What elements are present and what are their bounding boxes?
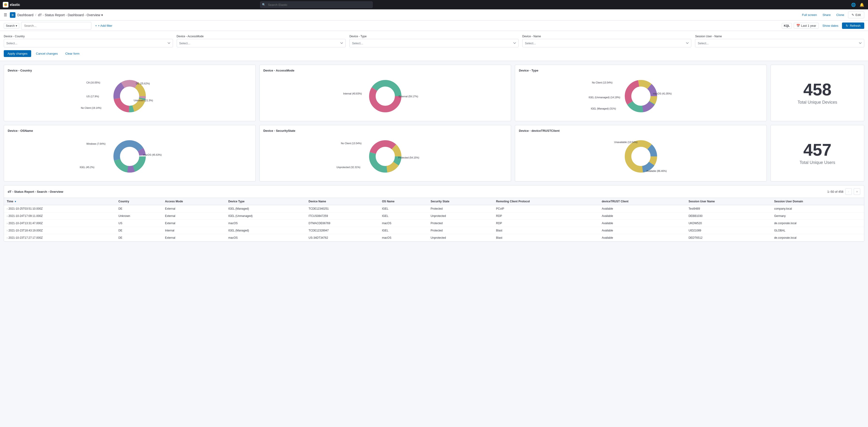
- bell-icon[interactable]: 🔔: [859, 1, 865, 8]
- cell-time: ›2021-10-25T03:51:10.000Z: [4, 205, 116, 212]
- hamburger-icon[interactable]: ☰: [4, 13, 7, 17]
- date-picker[interactable]: 📅 Last 1 year: [794, 23, 818, 29]
- filter-type-selector[interactable]: Search ▾: [4, 23, 19, 29]
- refresh-button[interactable]: ↻ Refresh: [842, 23, 864, 29]
- devicename-select[interactable]: Select...: [522, 39, 691, 47]
- cell-security_state: Protected: [428, 227, 493, 234]
- cell-access_mode: Internal: [162, 227, 225, 234]
- svg-text:IGEL (45.2%): IGEL (45.2%): [80, 166, 94, 169]
- cell-session_domain: de.corporate.local: [771, 234, 864, 241]
- country-filter: Device - Country Select...: [4, 35, 173, 47]
- controls-row: Device - Country Select... Device - Acce…: [4, 35, 864, 47]
- apply-changes-button[interactable]: Apply changes: [4, 50, 31, 57]
- table-row: ›2021-10-24T17:09:11.000ZUnknownExternal…: [4, 212, 864, 220]
- search-icon: 🔍: [262, 3, 266, 6]
- table-header: dT - Status Report - Search - Overview 1…: [4, 186, 864, 198]
- fullscreen-button[interactable]: Full screen: [800, 12, 819, 18]
- expand-icon[interactable]: ›: [7, 222, 7, 225]
- device-type-chart: No Client (13.54%) IGEL (Unmanaged) (14.…: [519, 75, 763, 117]
- filter-search-input[interactable]: [21, 22, 91, 30]
- add-filter-button[interactable]: + + Add filter: [93, 23, 114, 28]
- cell-session_user: DEDT6512: [686, 234, 771, 241]
- svg-text:Windows (7.64%): Windows (7.64%): [87, 143, 106, 145]
- top-panel-row: Device - Country CA (16.05%) US (17.: [4, 65, 864, 121]
- device-accessmode-chart: Internal (40.83%) External (59.17%): [264, 75, 507, 117]
- cell-security_state: Protected: [428, 220, 493, 227]
- search-elastic-input[interactable]: [260, 1, 373, 8]
- table-row: ›2021-10-23T18:43:19.000ZDEInternalIGEL …: [4, 227, 864, 234]
- device-osname-chart: Windows (7.64%) IGEL (45.2%) macOS (45.6…: [8, 135, 252, 177]
- show-dates-button[interactable]: Show dates: [821, 23, 840, 28]
- expand-icon[interactable]: ›: [7, 215, 7, 217]
- device-type-panel: Device - Type No Client (13.54%) IGEL (U…: [515, 65, 767, 121]
- mid-panel-row: Device - OSName Windows (7.64%) IGEL (45…: [4, 125, 864, 181]
- col-device-type: Device Type: [225, 198, 306, 205]
- device-trust-title: Device - deviceTRUSTClient: [519, 129, 763, 133]
- device-osname-title: Device - OSName: [8, 129, 252, 133]
- expand-icon[interactable]: ›: [7, 207, 7, 210]
- svg-point-2: [5, 4, 6, 6]
- sessionuser-label: Session User - Name: [695, 35, 864, 38]
- total-devices-number: 458: [803, 81, 832, 98]
- edit-button[interactable]: ✎ Edit: [848, 11, 864, 18]
- cell-device_name: US-34DT34762: [306, 234, 379, 241]
- table-title: dT - Status Report - Search - Overview: [8, 190, 63, 194]
- prev-page-button[interactable]: ‹: [845, 188, 852, 195]
- clone-button[interactable]: Clone: [835, 12, 846, 18]
- total-users-label: Total Unique Users: [800, 160, 835, 165]
- cell-device_type: macOS: [225, 220, 306, 227]
- cell-session_user: UID21089: [686, 227, 771, 234]
- next-page-button[interactable]: ›: [854, 188, 860, 195]
- pencil-icon: ✎: [851, 13, 854, 17]
- cancel-changes-button[interactable]: Cancel changes: [33, 50, 60, 57]
- clear-form-button[interactable]: Clear form: [63, 50, 83, 57]
- expand-icon[interactable]: ›: [7, 229, 7, 232]
- svg-text:US (17.9%): US (17.9%): [87, 95, 99, 98]
- svg-text:Internal (40.83%): Internal (40.83%): [343, 92, 362, 95]
- breadcrumb-current[interactable]: dT - Status Report - Dashboard - Overvie…: [38, 13, 103, 17]
- cell-device_name: DTMACDE66769: [306, 220, 379, 227]
- table-body: ›2021-10-25T03:51:10.000ZDEExternalIGEL …: [4, 205, 864, 241]
- cell-session_domain: GLOBAL: [771, 227, 864, 234]
- kql-badge[interactable]: KQL: [782, 23, 792, 29]
- cell-remoting_protocol: RDP: [493, 212, 599, 220]
- svg-text:No Client (19.14%): No Client (19.14%): [81, 107, 101, 109]
- accessmode-select[interactable]: Select...: [177, 39, 346, 47]
- cell-country: Unknown: [116, 212, 162, 220]
- total-devices-panel: 458 Total Unique Devices: [771, 65, 864, 121]
- dashboard: Device - Country CA (16.05%) US (17.: [0, 61, 868, 246]
- share-button[interactable]: Share: [821, 12, 833, 18]
- chevron-down-icon: ▾: [101, 13, 103, 17]
- device-trust-chart: Unavailable (13.54%) Available (86.46%): [519, 135, 763, 177]
- chevron-down-icon: ▾: [16, 24, 17, 27]
- filter-right-controls: KQL 📅 Last 1 year Show dates ↻ Refresh: [782, 23, 864, 29]
- sessionuser-select[interactable]: Select...: [695, 39, 864, 47]
- cell-time: ›2021-10-23T17:27:17.000Z: [4, 234, 116, 241]
- col-device-name: Device Name: [306, 198, 379, 205]
- breadcrumb-home[interactable]: Dashboard: [17, 13, 33, 17]
- country-select[interactable]: Select...: [4, 39, 173, 47]
- cell-access_mode: External: [162, 220, 225, 227]
- globe-icon[interactable]: 🌐: [850, 1, 857, 8]
- cell-device_type: IGEL (Managed): [225, 227, 306, 234]
- col-session-user: Session User Name: [686, 198, 771, 205]
- cell-time: ›2021-10-24T17:09:11.000Z: [4, 212, 116, 220]
- col-country: Country: [116, 198, 162, 205]
- elastic-logo[interactable]: elastic: [3, 2, 20, 7]
- sort-icon: ▼: [14, 200, 17, 203]
- data-table-section: dT - Status Report - Search - Overview 1…: [4, 185, 864, 242]
- cell-access_mode: External: [162, 205, 225, 212]
- device-country-panel: Device - Country CA (16.05%) US (17.: [4, 65, 256, 121]
- device-osname-panel: Device - OSName Windows (7.64%) IGEL (45…: [4, 125, 256, 181]
- devicetype-select[interactable]: Select...: [349, 39, 519, 47]
- cell-session_domain: Germany: [771, 212, 864, 220]
- osname-donut-svg: [111, 138, 148, 175]
- cell-remoting_protocol: Blast: [493, 234, 599, 241]
- filter-bar: Search ▾ + + Add filter KQL 📅 Last 1 yea…: [0, 21, 868, 31]
- expand-icon[interactable]: ›: [7, 236, 7, 239]
- cell-security_state: Protected: [428, 205, 493, 212]
- svg-text:CA (16.05%): CA (16.05%): [87, 81, 100, 84]
- devicetrust-donut-svg: [622, 138, 660, 175]
- refresh-icon: ↻: [846, 24, 848, 27]
- cell-os_name: IGEL: [379, 212, 428, 220]
